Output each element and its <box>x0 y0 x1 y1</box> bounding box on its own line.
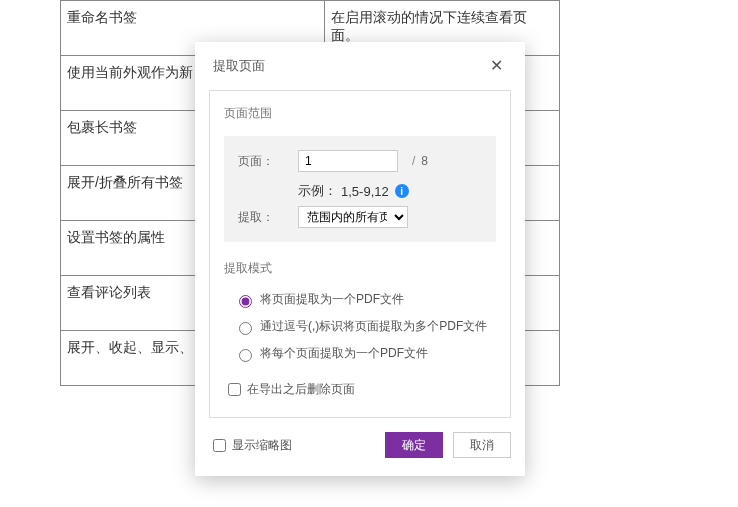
checkbox-label: 显示缩略图 <box>232 437 292 454</box>
page-input[interactable] <box>298 150 398 172</box>
cancel-button[interactable]: 取消 <box>453 432 511 458</box>
checkbox-label: 在导出之后删除页面 <box>247 381 355 398</box>
radio-single-pdf[interactable]: 将页面提取为一个PDF文件 <box>234 291 496 308</box>
page-row: 页面： / 8 <box>238 150 482 172</box>
page-separator: / <box>412 154 415 168</box>
example-row: 示例： 1,5-9,12 i <box>298 182 482 200</box>
radio-single-pdf-input[interactable] <box>239 295 252 308</box>
dialog-header: 提取页面 ✕ <box>195 42 525 90</box>
footer-buttons: 确定 取消 <box>385 432 511 458</box>
ok-button[interactable]: 确定 <box>385 432 443 458</box>
delete-after-export[interactable]: 在导出之后删除页面 <box>224 380 496 399</box>
show-thumbnails[interactable]: 显示缩略图 <box>209 436 292 455</box>
page-range-label: 页面范围 <box>224 105 496 122</box>
radio-each-page-input[interactable] <box>239 349 252 362</box>
extract-mode-label: 提取模式 <box>224 260 496 277</box>
radio-label: 将每个页面提取为一个PDF文件 <box>260 345 428 362</box>
radio-each-page[interactable]: 将每个页面提取为一个PDF文件 <box>234 345 496 362</box>
info-icon[interactable]: i <box>395 184 409 198</box>
dialog-footer: 显示缩略图 确定 取消 <box>195 432 525 476</box>
page-label: 页面： <box>238 153 298 170</box>
radio-label: 通过逗号(,)标识将页面提取为多个PDF文件 <box>260 318 487 335</box>
radio-label: 将页面提取为一个PDF文件 <box>260 291 404 308</box>
dialog-body: 页面范围 页面： / 8 示例： 1,5-9,12 i 提取： 范围内的所有页面… <box>209 90 511 418</box>
page-range-box: 页面： / 8 示例： 1,5-9,12 i 提取： 范围内的所有页面 <box>224 136 496 242</box>
example-label: 示例： <box>298 182 337 200</box>
show-thumbnails-checkbox[interactable] <box>213 439 226 452</box>
extract-label: 提取： <box>238 209 298 226</box>
delete-after-export-checkbox[interactable] <box>228 383 241 396</box>
extract-pages-dialog: 提取页面 ✕ 页面范围 页面： / 8 示例： 1,5-9,12 i 提取： 范… <box>195 42 525 476</box>
radio-comma-split-input[interactable] <box>239 322 252 335</box>
extract-select[interactable]: 范围内的所有页面 <box>298 206 408 228</box>
example-value: 1,5-9,12 <box>341 184 389 199</box>
radio-comma-split[interactable]: 通过逗号(,)标识将页面提取为多个PDF文件 <box>234 318 496 335</box>
close-icon[interactable]: ✕ <box>486 56 507 76</box>
dialog-title: 提取页面 <box>213 57 265 75</box>
extract-mode-group: 将页面提取为一个PDF文件 通过逗号(,)标识将页面提取为多个PDF文件 将每个… <box>224 291 496 362</box>
extract-row: 提取： 范围内的所有页面 <box>238 206 482 228</box>
page-total: 8 <box>421 154 428 168</box>
